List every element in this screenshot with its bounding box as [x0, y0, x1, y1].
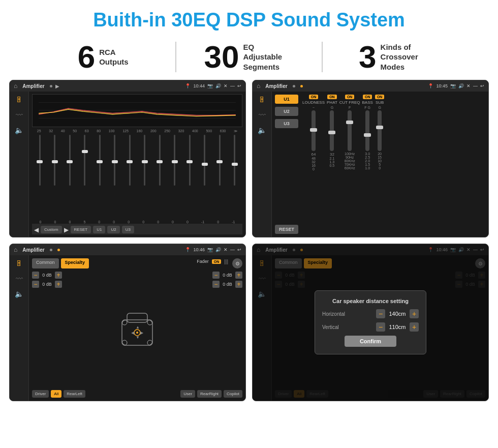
- cutfreq-on-badge: ON: [345, 95, 355, 99]
- confirm-button[interactable]: Confirm: [345, 336, 396, 347]
- eq-slider-8[interactable]: [144, 135, 145, 219]
- svg-text:▶: ▶: [140, 331, 144, 335]
- svg-text:▼: ▼: [136, 335, 140, 340]
- fader-row: Fader ON |||: [197, 258, 228, 264]
- cutfreq-slider[interactable]: [348, 110, 352, 151]
- vertical-plus-btn[interactable]: +: [410, 322, 419, 332]
- db1-plus-btn[interactable]: +: [55, 272, 62, 279]
- home-icon[interactable]: ⌂: [14, 82, 17, 89]
- channel-u1-btn[interactable]: U1: [275, 95, 298, 104]
- stats-row: 6 RCAOutputs 30 EQ AdjustableSegments 3 …: [0, 36, 498, 80]
- minimize-icon-3[interactable]: —: [230, 247, 235, 252]
- channel-u2-btn[interactable]: U2: [275, 107, 298, 116]
- eq-slider-4[interactable]: [84, 135, 85, 219]
- eq-slider-11[interactable]: [189, 135, 191, 219]
- home-icon-3[interactable]: ⌂: [14, 246, 17, 253]
- vertical-label: Vertical: [322, 324, 339, 330]
- stat-rca-label: RCAOutputs: [99, 47, 129, 67]
- eq-slider-6[interactable]: [114, 135, 115, 219]
- eq-slider-1[interactable]: [39, 135, 41, 219]
- preset-u2-btn[interactable]: U2: [107, 226, 119, 233]
- distance-screen-content: 🎚 〰 🔈 Common Specialty ⚙ −: [253, 255, 488, 401]
- speaker-icon-2[interactable]: 🔈: [258, 126, 266, 134]
- horizontal-minus-btn[interactable]: −: [376, 309, 385, 318]
- db3-minus-btn[interactable]: −: [212, 272, 220, 279]
- stat-crossover-number: 3: [359, 41, 376, 73]
- bass-slider[interactable]: [365, 110, 369, 151]
- sub-slider[interactable]: [378, 110, 382, 151]
- settings-icon[interactable]: ⚙: [232, 258, 242, 268]
- wave-icon-3[interactable]: 〰: [16, 275, 23, 283]
- btn-rearright[interactable]: RearRight: [197, 390, 222, 398]
- wave-icon[interactable]: 〰: [16, 111, 23, 119]
- speaker-bottom-buttons: Driver All RearLeft User RearRight Copil…: [32, 390, 242, 398]
- eq-icon-2[interactable]: 🎚: [259, 96, 266, 104]
- eq-next-btn[interactable]: ▶: [64, 226, 69, 233]
- minimize-icon-1[interactable]: —: [230, 83, 235, 88]
- channel-presets: U1 U2 U3 RESET: [275, 95, 298, 234]
- screen3-title: Amplifier: [22, 247, 44, 253]
- back-icon-2[interactable]: ↩: [480, 83, 484, 88]
- fader-slider-preview[interactable]: |||: [224, 259, 228, 264]
- preset-u3-btn[interactable]: U3: [122, 226, 134, 233]
- horizontal-value: 140cm: [387, 311, 408, 317]
- wave-icon-2[interactable]: 〰: [259, 111, 266, 119]
- screen-distance: ⌂ Amplifier 📍 10:46 📷 🔊 ✕ — ↩ 🎚 〰 🔈: [252, 244, 489, 401]
- eq-slider-2[interactable]: [54, 135, 55, 219]
- preset-custom-btn[interactable]: Custom: [41, 226, 62, 233]
- btn-all[interactable]: All: [51, 390, 61, 398]
- vertical-minus-btn[interactable]: −: [376, 322, 385, 332]
- preset-reset-btn[interactable]: RESET: [71, 226, 91, 233]
- horizontal-label: Horizontal: [322, 311, 345, 317]
- home-icon-2[interactable]: ⌂: [257, 82, 260, 89]
- eq-slider-10[interactable]: [174, 135, 175, 219]
- eq-slider-12[interactable]: [204, 135, 205, 219]
- btn-user[interactable]: User: [180, 390, 195, 398]
- db3-value: 0 dB: [221, 273, 234, 278]
- speaker-screen-content: 🎚 〰 🔈 Common Specialty Fader ON ||| ⚙: [10, 255, 245, 401]
- db2-plus-btn[interactable]: +: [55, 281, 62, 288]
- db2-minus-btn[interactable]: −: [32, 281, 39, 288]
- btn-copilot[interactable]: Copilot: [224, 390, 242, 398]
- channel-u3-btn[interactable]: U3: [275, 119, 298, 128]
- channel-main-panel: U1 U2 U3 RESET ON LOUDNESS ~ 64: [272, 92, 488, 237]
- eq-prev-btn[interactable]: ◀: [34, 226, 39, 233]
- horizontal-plus-btn[interactable]: +: [410, 309, 419, 318]
- eq-slider-3[interactable]: [69, 135, 71, 219]
- db1-minus-btn[interactable]: −: [32, 272, 39, 279]
- phat-slider[interactable]: [330, 110, 334, 151]
- tab-specialty[interactable]: Specialty: [61, 258, 89, 268]
- channel-reset-btn[interactable]: RESET: [275, 225, 298, 234]
- eq-slider-9[interactable]: [159, 135, 161, 219]
- play-icon[interactable]: ▶: [55, 83, 59, 89]
- speaker-icon[interactable]: 🔈: [15, 126, 23, 134]
- screen-channel: ⌂ Amplifier 📍 10:45 📷 🔊 ✕ — ↩ 🎚 〰 🔈: [252, 80, 489, 237]
- btn-driver[interactable]: Driver: [32, 390, 49, 398]
- db3-plus-btn[interactable]: +: [235, 272, 242, 279]
- back-icon-3[interactable]: ↩: [237, 247, 241, 252]
- stat-eq-label: EQ AdjustableSegments: [243, 42, 294, 72]
- stat-crossover-label: Kinds ofCrossover Modes: [381, 42, 431, 72]
- back-icon-1[interactable]: ↩: [237, 83, 241, 88]
- eq-icon[interactable]: 🎚: [16, 96, 23, 104]
- btn-rearleft[interactable]: RearLeft: [64, 390, 85, 398]
- eq-slider-14[interactable]: [234, 135, 235, 219]
- svg-point-6: [136, 332, 138, 334]
- speaker-icon-3[interactable]: 🔈: [15, 290, 23, 298]
- loudness-slider[interactable]: [312, 110, 316, 151]
- eq-slider-13[interactable]: [219, 135, 221, 219]
- eq-slider-7[interactable]: [129, 135, 131, 219]
- eq-sliders: [32, 135, 242, 219]
- close-icon-3[interactable]: ✕: [224, 247, 228, 252]
- status-bar-2: ⌂ Amplifier 📍 10:45 📷 🔊 ✕ — ↩: [253, 80, 488, 92]
- eq-slider-5[interactable]: [99, 135, 101, 219]
- close-icon-1[interactable]: ✕: [224, 83, 228, 88]
- close-icon-2[interactable]: ✕: [466, 83, 471, 88]
- db4-plus-btn[interactable]: +: [235, 281, 242, 288]
- eq-icon-3[interactable]: 🎚: [16, 259, 23, 267]
- minimize-icon-2[interactable]: —: [473, 83, 478, 88]
- tab-common[interactable]: Common: [32, 258, 59, 268]
- sub-on-badge: ON: [375, 95, 385, 99]
- db4-minus-btn[interactable]: −: [212, 281, 220, 288]
- preset-u1-btn[interactable]: U1: [93, 226, 105, 233]
